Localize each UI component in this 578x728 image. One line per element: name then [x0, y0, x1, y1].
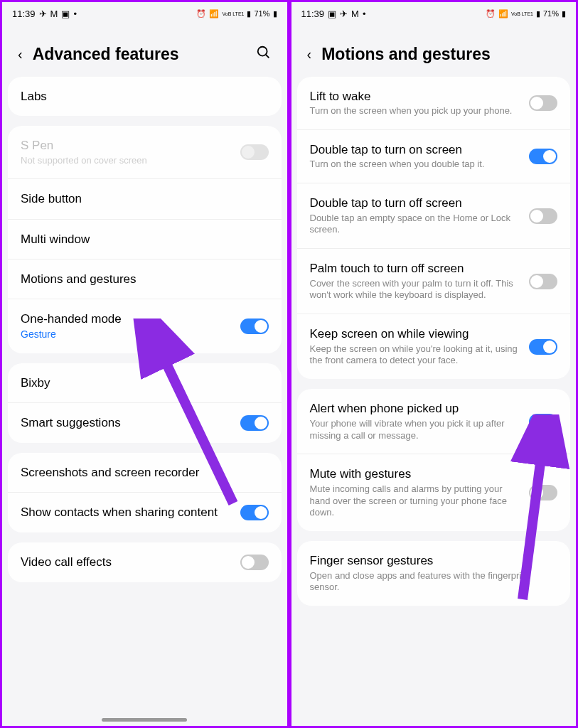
keep-title: Keep screen on while viewing	[310, 326, 521, 341]
phone-left: 11:39 ✈ M ▣ • ⏰ 📶 VoB LTE1 ▮ 71% ▮ ‹ Adv…	[0, 0, 289, 728]
smart-toggle[interactable]	[240, 415, 269, 431]
smart-label: Smart suggestions	[21, 415, 232, 430]
row-s-pen: S Pen Not supported on cover screen	[8, 126, 282, 178]
settings-list: Lift to wake Turn on the screen when you…	[291, 77, 577, 726]
lift-title: Lift to wake	[310, 89, 521, 104]
lift-toggle[interactable]	[529, 95, 557, 111]
row-show-contacts[interactable]: Show contacts when sharing content	[8, 492, 282, 532]
row-lift-to-wake[interactable]: Lift to wake Turn on the screen when you…	[297, 77, 571, 129]
spen-label: S Pen	[21, 138, 232, 153]
mute-title: Mute with gestures	[310, 466, 521, 481]
page-title: Advanced features	[33, 45, 246, 64]
row-double-tap-off[interactable]: Double tap to turn off screen Double tap…	[297, 183, 571, 248]
contacts-toggle[interactable]	[240, 505, 269, 520]
wifi-icon: 📶	[209, 9, 219, 18]
status-bar: 11:39 ▣ ✈ M • ⏰ 📶 VoB LTE1 ▮ 71% ▮	[291, 2, 577, 25]
svg-point-0	[257, 47, 267, 56]
back-icon[interactable]: ‹	[307, 46, 312, 63]
settings-list: Labs S Pen Not supported on cover screen…	[2, 77, 287, 713]
onehand-sub: Gesture	[21, 328, 232, 341]
row-finger-sensor[interactable]: Finger sensor gestures Open and close ap…	[297, 541, 571, 606]
multi-window-label: Multi window	[21, 232, 269, 247]
finger-title: Finger sensor gestures	[310, 553, 558, 568]
row-keep-screen-on[interactable]: Keep screen on while viewing Keep the sc…	[297, 314, 571, 379]
row-multi-window[interactable]: Multi window	[8, 219, 282, 259]
alarm-icon: ⏰	[196, 9, 206, 18]
row-motions-gestures[interactable]: Motions and gestures	[8, 259, 282, 299]
signal-icon: ▮	[247, 9, 251, 18]
battery-icon: ▮	[562, 9, 566, 18]
don-sub: Turn on the screen when you double tap i…	[310, 159, 521, 171]
video-label: Video call effects	[21, 555, 232, 569]
status-time: 11:39	[12, 9, 36, 19]
screenshots-label: Screenshots and screen recorder	[21, 465, 269, 480]
volte-label: VoB LTE1	[222, 11, 244, 16]
side-button-label: Side button	[21, 191, 269, 206]
more-icon: •	[363, 9, 366, 19]
image-icon: ▣	[61, 9, 70, 19]
row-alert-picked-up[interactable]: Alert when phone picked up Your phone wi…	[297, 389, 571, 454]
telegram-icon: ✈	[340, 9, 348, 19]
labs-label: Labs	[21, 89, 269, 104]
doff-title: Double tap to turn off screen	[310, 196, 521, 210]
motions-label: Motions and gestures	[21, 272, 269, 287]
don-toggle[interactable]	[529, 149, 557, 164]
palm-sub: Cover the screen with your palm to turn …	[310, 278, 521, 302]
header: ‹ Advanced features	[2, 25, 287, 77]
palm-title: Palm touch to turn off screen	[310, 261, 521, 276]
keep-toggle[interactable]	[529, 339, 557, 355]
wifi-icon: 📶	[498, 9, 508, 18]
phone-right: 11:39 ▣ ✈ M • ⏰ 📶 VoB LTE1 ▮ 71% ▮ ‹ Mot…	[289, 0, 579, 728]
nav-bar	[2, 713, 287, 726]
alert-sub: Your phone will vibrate when you pick it…	[310, 418, 521, 442]
battery-pct: 71%	[543, 9, 559, 18]
status-time: 11:39	[301, 9, 325, 19]
video-toggle[interactable]	[240, 555, 269, 570]
alarm-icon: ⏰	[486, 9, 496, 18]
mute-toggle[interactable]	[529, 485, 557, 500]
gmail-icon: M	[50, 9, 58, 19]
telegram-icon: ✈	[39, 9, 47, 19]
onehand-toggle[interactable]	[240, 318, 269, 334]
don-title: Double tap to turn on screen	[310, 142, 521, 157]
spen-sub: Not supported on cover screen	[21, 155, 232, 167]
row-one-handed[interactable]: One-handed mode Gesture	[8, 299, 282, 353]
contacts-label: Show contacts when sharing content	[21, 505, 232, 520]
row-labs[interactable]: Labs	[8, 77, 282, 116]
battery-pct: 71%	[254, 9, 269, 18]
spen-toggle	[240, 144, 269, 160]
row-palm-touch[interactable]: Palm touch to turn off screen Cover the …	[297, 248, 571, 314]
onehand-label: One-handed mode	[21, 311, 232, 326]
nav-pill[interactable]	[102, 718, 187, 722]
search-icon[interactable]	[256, 45, 272, 64]
row-double-tap-on[interactable]: Double tap to turn on screen Turn on the…	[297, 129, 571, 183]
battery-icon: ▮	[273, 9, 277, 18]
bixby-label: Bixby	[21, 375, 269, 390]
doff-toggle[interactable]	[529, 208, 557, 224]
lift-sub: Turn on the screen when you pick up your…	[310, 105, 521, 117]
keep-sub: Keep the screen on while you're looking …	[310, 343, 521, 368]
more-icon: •	[73, 9, 77, 19]
palm-toggle[interactable]	[529, 274, 557, 289]
signal-icon: ▮	[536, 9, 540, 18]
doff-sub: Double tap an empty space on the Home or…	[310, 213, 521, 237]
page-title: Motions and gestures	[321, 45, 560, 64]
finger-sub: Open and close apps and features with th…	[310, 570, 558, 594]
row-video-effects[interactable]: Video call effects	[8, 542, 282, 582]
back-icon[interactable]: ‹	[18, 46, 23, 63]
alert-title: Alert when phone picked up	[310, 401, 521, 416]
gmail-icon: M	[351, 9, 359, 19]
alert-toggle[interactable]	[529, 414, 557, 429]
row-bixby[interactable]: Bixby	[8, 363, 282, 402]
status-bar: 11:39 ✈ M ▣ • ⏰ 📶 VoB LTE1 ▮ 71% ▮	[2, 2, 287, 25]
header: ‹ Motions and gestures	[291, 25, 577, 77]
volte-label: VoB LTE1	[511, 11, 533, 16]
mute-sub: Mute incoming calls and alarms by puttin…	[310, 483, 521, 520]
row-side-button[interactable]: Side button	[8, 178, 282, 218]
row-mute-gestures[interactable]: Mute with gestures Mute incoming calls a…	[297, 454, 571, 531]
row-screenshots[interactable]: Screenshots and screen recorder	[8, 453, 282, 492]
svg-line-1	[265, 55, 269, 58]
row-smart-suggestions[interactable]: Smart suggestions	[8, 402, 282, 443]
image-icon: ▣	[328, 9, 336, 19]
